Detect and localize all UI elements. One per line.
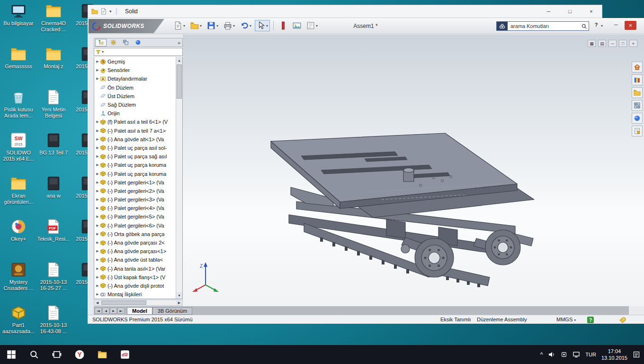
next-tab-button[interactable]: ▶ xyxy=(110,308,117,314)
taskpane-solidworks-resources[interactable] xyxy=(632,62,643,73)
folder-icon[interactable] xyxy=(91,8,98,15)
taskbar-file-explorer-button[interactable] xyxy=(91,345,114,364)
taskpane-design-library[interactable] xyxy=(632,74,643,85)
taskpane-file-explorer-pane[interactable] xyxy=(632,87,643,98)
explorer-window-titlebar[interactable]: ▾ │ Solid ─ □ × xyxy=(88,5,602,18)
chevron-down-icon[interactable]: ▾ xyxy=(183,24,185,28)
tree-item[interactable]: ▶(-) Ana gövde parçası<1> xyxy=(94,247,176,255)
taskbar-yandex-browser-button[interactable] xyxy=(68,345,91,364)
expand-arrow-icon[interactable]: ▶ xyxy=(95,172,100,176)
desktop-icon[interactable]: Okey+ xyxy=(1,218,36,262)
tree-item[interactable]: ▶(-) Ana gövde alt<1> (Va xyxy=(94,135,176,144)
drive-wheel[interactable] xyxy=(485,230,520,265)
tree-item[interactable]: ▶(-) Palet uç parça koruma xyxy=(94,161,176,169)
tab-configurationmanager[interactable] xyxy=(120,39,131,46)
tree-item[interactable]: ▶(-) Palet gergileri<6> (Va xyxy=(94,221,176,230)
help-dropdown-icon[interactable]: ▾ xyxy=(601,24,603,28)
expand-arrow-icon[interactable]: ▶ xyxy=(95,129,100,133)
taskbar-start-button[interactable] xyxy=(0,345,23,364)
tree-item[interactable]: ▶(-) Palet gergileri<5> (Va xyxy=(94,212,176,221)
tab-model[interactable]: Model xyxy=(127,307,152,315)
tab-dimxpertmanager[interactable] xyxy=(132,39,143,46)
search-go-button[interactable] xyxy=(579,23,589,29)
tray-app-icon[interactable] xyxy=(561,351,567,358)
desktop-icon[interactable]: Part1 aazsazsada... xyxy=(1,305,36,348)
scroll-right-button[interactable]: ▶ xyxy=(176,300,182,305)
tree-item[interactable]: ▶(-) Palet uç parça asıl sol- xyxy=(94,144,176,152)
chevron-down-icon[interactable]: ▾ xyxy=(109,9,112,14)
search-input[interactable]: arama Komutları xyxy=(508,23,579,29)
tree-item[interactable]: ▶(-) Üst kapak flanş<1> (V xyxy=(94,273,176,282)
chevron-down-icon[interactable]: ▾ xyxy=(266,24,268,28)
taskpane-view-palette[interactable] xyxy=(632,100,643,111)
tree-item[interactable]: ▶(-) Orta göbek ana parça xyxy=(94,230,176,238)
help-button[interactable]: ? xyxy=(592,22,600,29)
taskbar-search-button[interactable] xyxy=(23,345,45,364)
chevron-down-icon[interactable]: ▾ xyxy=(102,50,104,54)
tree-item[interactable]: ▶Detaylandırmalar xyxy=(94,74,176,83)
tree-filter-bar[interactable]: ▾ xyxy=(94,48,183,56)
desktop-icon[interactable]: 2015-10-13 16-25-27 ... xyxy=(36,262,71,305)
doc-close-button[interactable]: × xyxy=(629,40,637,47)
language-indicator[interactable]: TUR xyxy=(585,352,596,357)
tree-vertical-scrollbar[interactable]: ▲ ▼ xyxy=(176,57,182,299)
desktop-icon[interactable]: Cinema4D Cracked ... xyxy=(36,3,71,46)
tree-item[interactable]: ▶Sensörler xyxy=(94,66,176,74)
graphics-viewport[interactable]: Z xyxy=(183,35,644,306)
desktop-icon[interactable]: Yeni Metin Belgesi xyxy=(36,89,71,132)
desktop-icon[interactable]: Montaj z xyxy=(36,46,71,89)
window-minimize-button[interactable]: ─ xyxy=(611,22,621,27)
desktop-icon[interactable]: 2015-10-13 16-43-08 ... xyxy=(36,305,71,348)
expand-arrow-icon[interactable]: ▶ xyxy=(95,258,100,262)
tree-item[interactable]: ▶(-) Palet gergileri<1> (Va xyxy=(94,178,176,187)
doc-minimize-button[interactable]: ─ xyxy=(608,40,617,47)
volume-icon[interactable] xyxy=(548,351,555,358)
desktop-icon[interactable]: Ekran görüntüleri... xyxy=(1,175,36,218)
expand-arrow-icon[interactable]: ▶ xyxy=(95,189,100,193)
appearance-swatch-button[interactable] xyxy=(277,20,289,31)
expand-arrow-icon[interactable]: ▶ xyxy=(95,155,100,158)
expand-arrow-icon[interactable]: ▶ xyxy=(95,60,100,64)
last-tab-button[interactable]: ▶| xyxy=(117,308,125,314)
file-icon[interactable] xyxy=(100,8,107,15)
expand-arrow-icon[interactable]: ▶ xyxy=(95,224,100,228)
expand-arrow-icon[interactable]: ▶ xyxy=(95,249,100,253)
panel-overflow-icon[interactable]: » xyxy=(178,40,182,46)
tree-item[interactable]: Ön Düzlem xyxy=(94,83,176,92)
chevron-down-icon[interactable]: ▾ xyxy=(233,24,235,28)
desktop-icon[interactable]: BG 13 Teil 7 xyxy=(36,132,71,175)
tree-item[interactable]: ▶(-) Ana gövde parçası 2< xyxy=(94,238,176,247)
tree-item[interactable]: Orijin xyxy=(94,109,176,118)
tree-item[interactable]: ▶(-) Palet gergileri<2> (Va xyxy=(94,187,176,195)
screen-capture-button[interactable] xyxy=(291,20,303,31)
desktop-icon[interactable]: ana w xyxy=(36,175,71,218)
cad-model[interactable]: Z xyxy=(183,35,644,306)
minimize-button[interactable]: ─ xyxy=(538,5,559,18)
undo-button[interactable]: ▾ xyxy=(238,20,253,31)
expand-arrow-icon[interactable]: ▶ xyxy=(95,198,100,201)
scroll-up-button[interactable]: ▲ xyxy=(176,57,182,64)
maximize-button[interactable]: □ xyxy=(559,5,581,18)
taskpane-appearances-scenes[interactable] xyxy=(632,113,643,124)
search-scope-icon[interactable] xyxy=(497,22,508,30)
select-button[interactable]: ▾ xyxy=(255,20,270,31)
tab-featuremanager-tree[interactable] xyxy=(95,39,107,46)
tree-item[interactable]: ▶(-) Ana gövde dişli protot xyxy=(94,282,176,290)
first-tab-button[interactable]: |◀ xyxy=(95,308,102,314)
expand-arrow-icon[interactable]: ▶ xyxy=(95,206,100,210)
tab-propertymanager[interactable] xyxy=(107,39,119,46)
options-sheet-button[interactable]: ▾ xyxy=(304,20,320,31)
taskbar-solidworks-app-button[interactable] xyxy=(114,345,136,364)
chevron-down-icon[interactable]: ▾ xyxy=(250,24,251,28)
assembly-geometry[interactable] xyxy=(271,133,534,287)
tree-item[interactable]: ▶(-) Palet gergileri<4> (Va xyxy=(94,204,176,212)
quick-tips-button[interactable]: ? xyxy=(587,317,594,323)
expand-arrow-icon[interactable]: ▶ xyxy=(95,232,100,236)
expand-arrow-icon[interactable]: ▶ xyxy=(95,77,100,81)
desktop-icon[interactable]: Pislik kutusu Arada tem... xyxy=(1,89,36,132)
tree-horizontal-scrollbar[interactable]: ◀ ▶ xyxy=(94,300,183,306)
units-selector[interactable]: MMGS ▾ xyxy=(556,317,576,322)
tree-item[interactable]: Sağ Düzlem xyxy=(94,100,176,109)
tree-item[interactable]: Üst Düzlem xyxy=(94,92,176,100)
network-icon[interactable] xyxy=(572,351,580,358)
